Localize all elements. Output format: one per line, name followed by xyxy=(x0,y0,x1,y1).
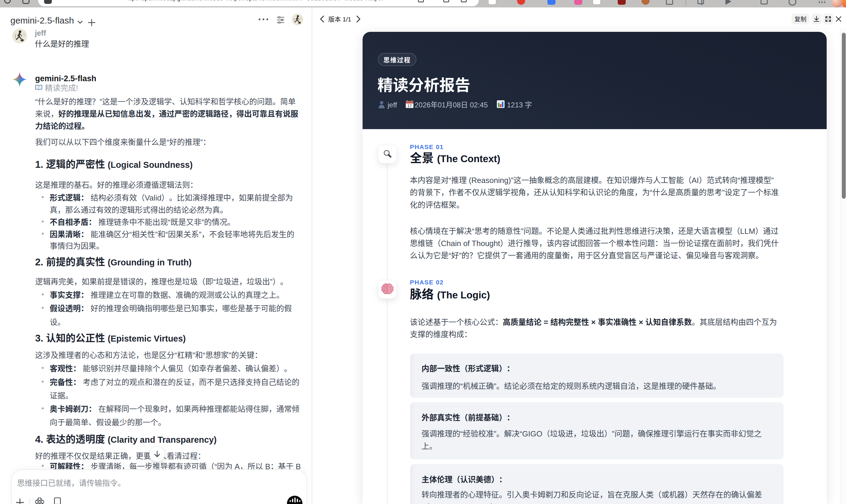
svg-text:17: 17 xyxy=(407,104,412,108)
